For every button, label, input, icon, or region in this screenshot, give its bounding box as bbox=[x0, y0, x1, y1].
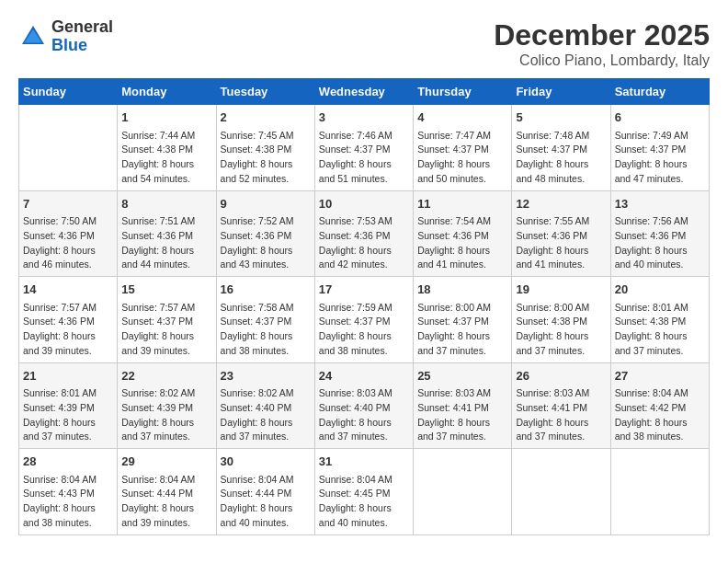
calendar-cell: 10Sunrise: 7:53 AMSunset: 4:36 PMDayligh… bbox=[314, 190, 413, 277]
calendar-cell: 13Sunrise: 7:56 AMSunset: 4:36 PMDayligh… bbox=[610, 190, 709, 277]
daylight-text: Daylight: 8 hours and 39 minutes. bbox=[121, 330, 194, 356]
title-area: December 2025 Colico Piano, Lombardy, It… bbox=[494, 18, 710, 69]
daylight-text: Daylight: 8 hours and 37 minutes. bbox=[221, 417, 293, 442]
month-title: December 2025 bbox=[494, 18, 710, 52]
day-number: 7 bbox=[23, 195, 113, 213]
sunset-text: Sunset: 4:39 PM bbox=[23, 402, 95, 413]
day-number: 26 bbox=[516, 367, 606, 385]
sunset-text: Sunset: 4:36 PM bbox=[23, 230, 95, 241]
daylight-text: Daylight: 8 hours and 50 minutes. bbox=[417, 158, 490, 184]
day-number: 6 bbox=[615, 109, 705, 127]
day-number: 23 bbox=[221, 367, 311, 385]
sunrise-text: Sunrise: 8:03 AM bbox=[319, 387, 392, 398]
sunrise-text: Sunrise: 8:01 AM bbox=[23, 387, 97, 398]
sunset-text: Sunset: 4:37 PM bbox=[615, 144, 687, 155]
sunrise-text: Sunrise: 8:04 AM bbox=[319, 474, 392, 485]
daylight-text: Daylight: 8 hours and 44 minutes. bbox=[121, 245, 194, 270]
daylight-text: Daylight: 8 hours and 40 minutes. bbox=[615, 245, 688, 270]
day-number: 22 bbox=[121, 367, 211, 385]
sunrise-text: Sunrise: 7:52 AM bbox=[221, 215, 294, 226]
logo-text: General Blue bbox=[51, 18, 113, 55]
daylight-text: Daylight: 8 hours and 37 minutes. bbox=[516, 417, 588, 442]
sunrise-text: Sunrise: 7:44 AM bbox=[121, 130, 195, 141]
calendar-week-2: 7Sunrise: 7:50 AMSunset: 4:36 PMDaylight… bbox=[19, 190, 710, 277]
sunrise-text: Sunrise: 8:03 AM bbox=[516, 387, 589, 398]
day-number: 14 bbox=[23, 281, 113, 299]
calendar-cell bbox=[512, 449, 610, 535]
calendar-cell: 8Sunrise: 7:51 AMSunset: 4:36 PMDaylight… bbox=[118, 190, 216, 277]
sunset-text: Sunset: 4:36 PM bbox=[615, 230, 687, 241]
day-number: 20 bbox=[615, 281, 705, 299]
logo: General Blue bbox=[18, 18, 113, 55]
calendar-cell: 30Sunrise: 8:04 AMSunset: 4:44 PMDayligh… bbox=[216, 449, 314, 535]
calendar-cell: 9Sunrise: 7:52 AMSunset: 4:36 PMDaylight… bbox=[216, 190, 314, 277]
calendar-cell: 12Sunrise: 7:55 AMSunset: 4:36 PMDayligh… bbox=[512, 190, 610, 277]
daylight-text: Daylight: 8 hours and 42 minutes. bbox=[319, 245, 392, 270]
sunset-text: Sunset: 4:45 PM bbox=[319, 488, 391, 499]
day-number: 28 bbox=[23, 453, 113, 471]
sunset-text: Sunset: 4:37 PM bbox=[221, 316, 292, 327]
day-number: 19 bbox=[516, 281, 606, 299]
calendar-cell: 19Sunrise: 8:00 AMSunset: 4:38 PMDayligh… bbox=[512, 277, 610, 363]
calendar-cell: 20Sunrise: 8:01 AMSunset: 4:38 PMDayligh… bbox=[610, 277, 709, 363]
day-number: 4 bbox=[417, 109, 507, 127]
calendar-week-5: 28Sunrise: 8:04 AMSunset: 4:43 PMDayligh… bbox=[19, 449, 710, 535]
header-wednesday: Wednesday bbox=[314, 79, 413, 105]
daylight-text: Daylight: 8 hours and 37 minutes. bbox=[417, 330, 490, 356]
day-number: 12 bbox=[516, 195, 606, 213]
daylight-text: Daylight: 8 hours and 40 minutes. bbox=[221, 502, 293, 528]
daylight-text: Daylight: 8 hours and 37 minutes. bbox=[319, 417, 392, 442]
calendar-cell: 11Sunrise: 7:54 AMSunset: 4:36 PMDayligh… bbox=[414, 190, 512, 277]
sunset-text: Sunset: 4:40 PM bbox=[319, 402, 391, 413]
sunrise-text: Sunrise: 7:57 AM bbox=[121, 302, 195, 313]
calendar-cell: 28Sunrise: 8:04 AMSunset: 4:43 PMDayligh… bbox=[19, 449, 118, 535]
calendar-cell: 16Sunrise: 7:58 AMSunset: 4:37 PMDayligh… bbox=[216, 277, 314, 363]
sunrise-text: Sunrise: 7:50 AM bbox=[23, 215, 97, 226]
sunrise-text: Sunrise: 8:02 AM bbox=[221, 387, 294, 398]
daylight-text: Daylight: 8 hours and 47 minutes. bbox=[615, 158, 688, 184]
sunrise-text: Sunrise: 7:45 AM bbox=[221, 130, 294, 141]
sunrise-text: Sunrise: 7:56 AM bbox=[615, 215, 688, 226]
calendar-cell: 6Sunrise: 7:49 AMSunset: 4:37 PMDaylight… bbox=[610, 105, 709, 191]
sunset-text: Sunset: 4:41 PM bbox=[417, 402, 489, 413]
sunset-text: Sunset: 4:39 PM bbox=[121, 402, 193, 413]
calendar-cell bbox=[414, 449, 512, 535]
sunset-text: Sunset: 4:40 PM bbox=[221, 402, 292, 413]
daylight-text: Daylight: 8 hours and 38 minutes. bbox=[319, 330, 392, 356]
day-number: 5 bbox=[516, 109, 606, 127]
sunrise-text: Sunrise: 7:49 AM bbox=[615, 130, 688, 141]
day-number: 18 bbox=[417, 281, 507, 299]
day-number: 27 bbox=[615, 367, 705, 385]
sunset-text: Sunset: 4:36 PM bbox=[516, 230, 587, 241]
calendar-cell: 23Sunrise: 8:02 AMSunset: 4:40 PMDayligh… bbox=[216, 362, 314, 449]
sunset-text: Sunset: 4:37 PM bbox=[417, 316, 489, 327]
calendar-cell: 18Sunrise: 8:00 AMSunset: 4:37 PMDayligh… bbox=[414, 277, 512, 363]
daylight-text: Daylight: 8 hours and 38 minutes. bbox=[23, 502, 96, 528]
sunrise-text: Sunrise: 7:51 AM bbox=[121, 215, 195, 226]
calendar-cell: 24Sunrise: 8:03 AMSunset: 4:40 PMDayligh… bbox=[314, 362, 413, 449]
header-monday: Monday bbox=[118, 79, 216, 105]
sunset-text: Sunset: 4:37 PM bbox=[516, 144, 587, 155]
sunrise-text: Sunrise: 7:58 AM bbox=[221, 302, 294, 313]
sunset-text: Sunset: 4:36 PM bbox=[23, 316, 95, 327]
day-number: 10 bbox=[319, 195, 409, 213]
calendar-cell bbox=[610, 449, 709, 535]
header-sunday: Sunday bbox=[19, 79, 118, 105]
daylight-text: Daylight: 8 hours and 38 minutes. bbox=[615, 417, 688, 442]
sunrise-text: Sunrise: 7:48 AM bbox=[516, 130, 589, 141]
day-number: 16 bbox=[221, 281, 311, 299]
daylight-text: Daylight: 8 hours and 37 minutes. bbox=[23, 417, 96, 442]
day-number: 3 bbox=[319, 109, 409, 127]
calendar-cell: 7Sunrise: 7:50 AMSunset: 4:36 PMDaylight… bbox=[19, 190, 118, 277]
daylight-text: Daylight: 8 hours and 48 minutes. bbox=[516, 158, 588, 184]
calendar-cell: 4Sunrise: 7:47 AMSunset: 4:37 PMDaylight… bbox=[414, 105, 512, 191]
calendar-cell: 14Sunrise: 7:57 AMSunset: 4:36 PMDayligh… bbox=[19, 277, 118, 363]
day-number: 2 bbox=[221, 109, 311, 127]
calendar-cell: 5Sunrise: 7:48 AMSunset: 4:37 PMDaylight… bbox=[512, 105, 610, 191]
day-number: 17 bbox=[319, 281, 409, 299]
sunset-text: Sunset: 4:36 PM bbox=[121, 230, 193, 241]
day-number: 8 bbox=[121, 195, 211, 213]
day-number: 1 bbox=[121, 109, 211, 127]
sunset-text: Sunset: 4:36 PM bbox=[319, 230, 391, 241]
sunrise-text: Sunrise: 8:00 AM bbox=[417, 302, 491, 313]
